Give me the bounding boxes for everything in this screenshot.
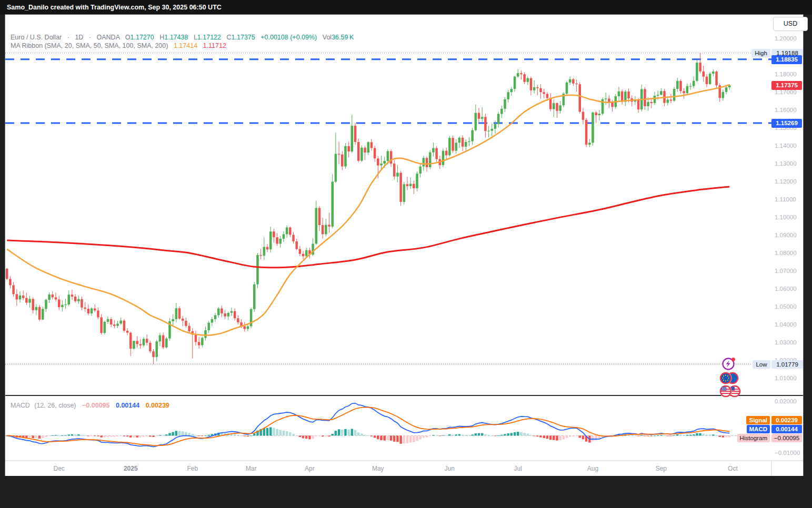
eu-flag-events-icon[interactable] [719,372,738,384]
macd-tick: 0.02000 [775,398,807,405]
attribution-text: Samo_Danilo created with TradingView.com… [7,4,222,11]
macd-tick: −0.01000 [775,449,807,456]
macd-signal-value: 0.00239 [146,402,169,409]
macd-tag: MACD [747,425,770,433]
month-label: May [365,465,391,472]
left-margin [0,15,5,476]
macd-axis-value: 0.00144 [771,425,802,433]
histogram-axis-value: −0.00095 [771,434,802,442]
price-tick: 1.08000 [775,249,807,257]
timeframe: 1D [75,34,83,41]
price-tick: 1.13000 [775,160,807,167]
price-tick: 1.20000 [775,35,807,42]
ma-slow-value: 1.11712 [203,42,226,49]
close-value: 1.17375 [232,34,255,41]
month-label: Jun [436,465,463,472]
price-tick: 1.06000 [775,285,807,292]
price-tick: 1.05000 [775,303,807,310]
macd-line-value: 0.00144 [116,402,139,409]
macd-hist-value: −0.00095 [82,402,109,409]
signal-axis-value: 0.00239 [771,416,802,424]
indicator-header-row: MA Ribbon (SMA, 20, SMA, 50, SMA, 100, S… [11,42,226,49]
price-tick: 1.07000 [775,267,807,275]
exchange: OANDA [97,34,120,41]
signal-tag: Signal [746,416,770,424]
month-label: Apr [296,465,323,472]
price-tick: 1.01000 [775,374,807,382]
month-label: Feb [179,465,206,472]
month-label: Jul [505,465,531,472]
macd-title: MACD [11,402,30,409]
price-tick: 1.09000 [775,231,807,239]
sma-200-line [7,187,729,268]
price-tick: 1.16000 [775,106,807,114]
macd-params: (12, 26, close) [34,402,76,409]
footer-bar: TradingView [0,476,812,508]
low-value: 1.17122 [197,34,221,41]
symbol-title: Euro / U.S. Dollar [11,34,62,41]
histogram-tag: Histogram [737,434,770,442]
price-tick: 1.18000 [775,70,807,78]
currency-button[interactable]: USD [773,17,808,31]
attribution-bar: Samo_Danilo created with TradingView.com… [0,0,812,15]
month-label: Mar [238,465,264,472]
flash-economic-event-icon[interactable] [723,358,735,369]
price-tick: 1.11000 [775,196,807,203]
economic-events-group [713,354,746,402]
month-label: Oct [719,465,746,472]
volume-value: 36.59 K [332,34,354,41]
level-price-label-2[interactable]: 1.15269 [771,119,802,128]
price-tick: 1.03000 [775,339,807,346]
price-tick: 1.14000 [775,142,807,149]
indicator-name: MA Ribbon (SMA, 20, SMA, 50, SMA, 100, S… [11,42,168,49]
macd-signal-line [7,408,729,446]
month-label: Sep [648,465,674,472]
high-marker-tag: High [751,49,770,57]
price-tick: 1.10000 [775,214,807,221]
us-flag-events-icon[interactable] [719,385,740,397]
right-margin [803,15,812,476]
level-price-label-1[interactable]: 1.18835 [771,55,802,64]
symbol-header-row: Euro / U.S. Dollar · 1D · OANDA O1.17270… [11,34,354,41]
month-label: Aug [579,465,606,472]
month-label: Dec [46,465,72,472]
month-label: 2025 [117,465,144,472]
low-marker-tag: Low [753,360,770,369]
ma-fast-value: 1.17414 [174,42,197,49]
change-value: +0.00108 (+0.09%) [260,34,317,41]
price-tick: 1.12000 [775,178,807,185]
macd-header-row: MACD (12, 26, close) −0.00095 0.00144 0.… [11,402,169,409]
macd-line [7,403,729,447]
open-value: 1.17270 [131,34,154,41]
high-value: 1.17438 [164,34,188,41]
last-price-label: 1.17375 [771,81,802,90]
chart-stage: Euro / U.S. Dollar · 1D · OANDA O1.17270… [5,15,803,476]
low-marker-value: 1.01779 [771,360,803,369]
price-tick: 1.04000 [775,321,807,328]
